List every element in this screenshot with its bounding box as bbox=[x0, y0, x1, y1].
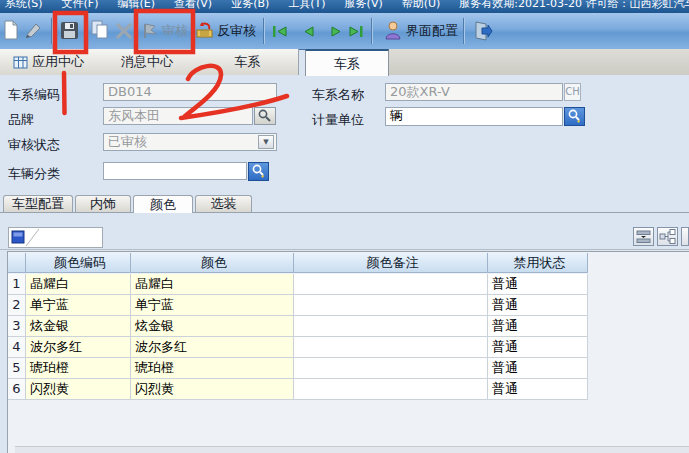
save-icon[interactable] bbox=[60, 21, 79, 40]
menu-help[interactable]: 帮助(U) bbox=[402, 0, 441, 10]
cell-note[interactable] bbox=[294, 316, 488, 337]
next-record-icon[interactable] bbox=[328, 25, 344, 38]
row-number[interactable]: 1 bbox=[8, 274, 26, 295]
menu-file[interactable]: 文件(F) bbox=[62, 0, 99, 10]
unaudit-button[interactable]: 反审核 bbox=[217, 22, 256, 40]
brand-lookup-button[interactable] bbox=[254, 107, 276, 125]
app-window: 系统(S) 文件(F) 编辑(E) 查看(V) 业务(B) 工具(T) 服务(V… bbox=[0, 0, 689, 453]
unit-label: 计量单位 bbox=[312, 111, 364, 129]
cell-status[interactable]: 普通 bbox=[488, 379, 588, 400]
cell-code[interactable]: 琥珀橙 bbox=[26, 358, 131, 379]
column-header-color[interactable]: 颜色 bbox=[131, 253, 294, 273]
row-number[interactable]: 4 bbox=[8, 337, 26, 358]
edit-pen-icon[interactable] bbox=[24, 21, 44, 39]
table-row: 2 单宁蓝 单宁蓝 普通 bbox=[8, 295, 588, 316]
unaudit-icon[interactable] bbox=[195, 21, 215, 40]
cell-code[interactable]: 闪烈黄 bbox=[26, 379, 131, 400]
delete-icon[interactable] bbox=[115, 23, 133, 39]
cell-status[interactable]: 普通 bbox=[488, 316, 588, 337]
cell-color[interactable]: 琥珀橙 bbox=[131, 358, 294, 379]
tab-interior[interactable]: 内饰 bbox=[75, 195, 131, 212]
horizontal-scrollbar[interactable] bbox=[15, 446, 689, 453]
menu-business[interactable]: 业务(B) bbox=[231, 0, 269, 10]
last-record-icon[interactable] bbox=[347, 25, 365, 38]
tab-label: 应用中心 bbox=[32, 53, 84, 71]
toolbar-separator bbox=[463, 18, 465, 44]
brand-field[interactable]: 东风本田 bbox=[103, 107, 253, 125]
subtab-divider bbox=[0, 212, 689, 213]
tab-color-active[interactable]: 颜色 bbox=[133, 195, 193, 213]
ui-config-button[interactable]: 界面配置 bbox=[406, 22, 458, 40]
tab-message-center[interactable]: 消息中心 bbox=[97, 49, 198, 75]
tab-series[interactable]: 车系 bbox=[197, 49, 299, 75]
menu-system[interactable]: 系统(S) bbox=[5, 0, 43, 10]
cell-status[interactable]: 普通 bbox=[488, 358, 588, 379]
cell-color[interactable]: 单宁蓝 bbox=[131, 295, 294, 316]
expand-nodes-icon bbox=[658, 228, 677, 245]
row-number[interactable]: 3 bbox=[8, 316, 26, 337]
grid-expand-button[interactable] bbox=[657, 227, 678, 246]
cell-note[interactable] bbox=[294, 295, 488, 316]
tab-model-config[interactable]: 车型配置 bbox=[3, 195, 73, 212]
cell-note[interactable] bbox=[294, 358, 488, 379]
cell-color[interactable]: 闪烈黄 bbox=[131, 379, 294, 400]
magnifier-icon bbox=[565, 108, 584, 125]
cell-status[interactable]: 普通 bbox=[488, 295, 588, 316]
cell-code[interactable]: 单宁蓝 bbox=[26, 295, 131, 316]
grid-locate-input[interactable] bbox=[8, 227, 103, 248]
brand-label: 品牌 bbox=[8, 111, 34, 129]
audit-status-dropdown-button[interactable]: ▼ bbox=[258, 135, 274, 149]
new-icon[interactable] bbox=[2, 19, 20, 41]
copy-icon[interactable] bbox=[90, 20, 110, 40]
toolbar-separator bbox=[371, 18, 373, 44]
cell-color[interactable]: 炫金银 bbox=[131, 316, 294, 337]
prev-record-icon[interactable] bbox=[301, 25, 317, 38]
exit-icon[interactable] bbox=[472, 20, 494, 42]
menu-tools[interactable]: 工具(T) bbox=[288, 0, 325, 10]
tab-series-active[interactable]: 车系 bbox=[305, 49, 389, 76]
magnifier-icon bbox=[255, 108, 275, 124]
user-icon[interactable] bbox=[383, 20, 403, 41]
tab-app-center[interactable]: 应用中心 bbox=[0, 49, 98, 75]
row-number[interactable]: 5 bbox=[8, 358, 26, 379]
menu-bar: 系统(S) 文件(F) 编辑(E) 查看(V) 业务(B) 工具(T) 服务(V… bbox=[0, 0, 689, 13]
cell-color[interactable]: 晶耀白 bbox=[131, 274, 294, 295]
cell-color[interactable]: 波尔多红 bbox=[131, 337, 294, 358]
cell-note[interactable] bbox=[294, 337, 488, 358]
unit-lookup-button[interactable] bbox=[564, 107, 585, 126]
tab-label: 车系 bbox=[235, 53, 261, 71]
series-name-field[interactable]: 20款XR-V bbox=[385, 83, 563, 101]
unit-field[interactable]: 辆 bbox=[385, 107, 563, 126]
first-record-icon[interactable] bbox=[272, 25, 290, 38]
cell-note[interactable] bbox=[294, 379, 488, 400]
audit-status-field[interactable]: 已审核 bbox=[103, 133, 277, 151]
menu-service[interactable]: 服务(V) bbox=[345, 0, 383, 10]
audit-button[interactable]: 审核 bbox=[162, 22, 188, 40]
grid-collapse-button[interactable] bbox=[633, 227, 654, 246]
audit-icon[interactable] bbox=[141, 22, 160, 39]
cell-code[interactable]: 波尔多红 bbox=[26, 337, 131, 358]
cell-code[interactable]: 晶耀白 bbox=[26, 274, 131, 295]
tab-optional[interactable]: 选装 bbox=[195, 195, 252, 212]
vehicle-category-lookup-button[interactable] bbox=[248, 162, 269, 181]
row-number[interactable]: 2 bbox=[8, 295, 26, 316]
cell-status[interactable]: 普通 bbox=[488, 337, 588, 358]
cell-code[interactable]: 炫金银 bbox=[26, 316, 131, 337]
series-code-field[interactable]: DB014 bbox=[103, 83, 277, 101]
vehicle-category-field[interactable] bbox=[103, 162, 247, 180]
row-number[interactable]: 6 bbox=[8, 379, 26, 400]
language-ch-button[interactable]: CH bbox=[564, 83, 581, 101]
menu-edit[interactable]: 编辑(E) bbox=[118, 0, 156, 10]
column-header-note[interactable]: 颜色备注 bbox=[294, 253, 488, 273]
toolbar-separator bbox=[263, 18, 265, 44]
toolbar-separator bbox=[51, 18, 53, 44]
menu-view[interactable]: 查看(V) bbox=[174, 0, 212, 10]
cell-note[interactable] bbox=[294, 274, 488, 295]
column-header-code[interactable]: 颜色编码 bbox=[26, 253, 131, 273]
table-row: 3 炫金银 炫金银 普通 bbox=[8, 316, 588, 337]
vehicle-category-label: 车辆分类 bbox=[8, 165, 60, 183]
row-number-header[interactable] bbox=[8, 253, 26, 273]
cell-status[interactable]: 普通 bbox=[488, 274, 588, 295]
column-header-status[interactable]: 禁用状态 bbox=[488, 253, 588, 273]
grid-extra-button[interactable] bbox=[681, 227, 689, 246]
